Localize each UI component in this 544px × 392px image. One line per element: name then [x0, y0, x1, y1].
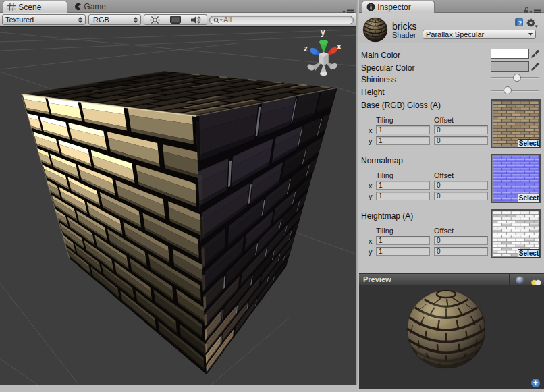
svg-text:?: ? — [518, 20, 522, 26]
svg-text:y: y — [321, 28, 325, 37]
svg-text:x: x — [337, 42, 342, 51]
svg-text:z: z — [304, 44, 308, 53]
